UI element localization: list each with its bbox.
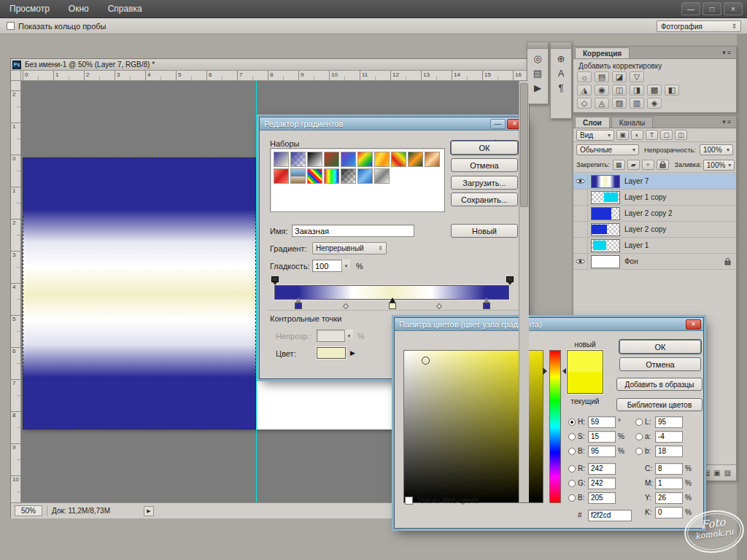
gradient-map-icon[interactable]: ▥: [630, 98, 644, 109]
gradient-preset[interactable]: [341, 152, 356, 167]
histogram-icon[interactable]: ▤: [533, 69, 542, 78]
filter-shape-layers-icon[interactable]: ▢: [660, 130, 673, 140]
cancel-button[interactable]: Отмена: [451, 158, 518, 172]
posterize-icon[interactable]: ◬: [595, 98, 609, 109]
new-layer-icon[interactable]: ▣: [713, 469, 720, 477]
brightness-contrast-icon[interactable]: ☼: [577, 71, 592, 82]
horizontal-ruler[interactable]: 012345678910111213141516: [21, 71, 529, 81]
close-icon[interactable]: ×: [686, 319, 701, 330]
eye-well-empty[interactable]: [573, 222, 588, 238]
color-balance-icon[interactable]: ◫: [612, 85, 627, 96]
minimize-button[interactable]: —: [490, 119, 506, 129]
gradient-type-combo[interactable]: Непрерывный ⇕: [312, 242, 387, 254]
gradient-preset[interactable]: [341, 168, 356, 184]
maximize-button[interactable]: □: [703, 2, 721, 15]
ruler-origin-corner[interactable]: [11, 71, 21, 81]
field-input-g[interactable]: [588, 478, 616, 489]
gradient-preset[interactable]: [290, 152, 306, 167]
gradient-preset[interactable]: [274, 168, 289, 184]
color-stop[interactable]: [483, 303, 490, 309]
document-title-bar[interactable]: Ps Без имени-1 @ 50% (Layer 7, RGB/8) *: [11, 59, 529, 71]
field-input-b[interactable]: [655, 446, 683, 457]
layer-thumbnail[interactable]: [591, 175, 620, 188]
field-input-k[interactable]: [655, 507, 683, 518]
field-input-a[interactable]: [655, 431, 683, 443]
panel-menu-icon[interactable]: ▾≡: [722, 49, 732, 56]
fill-combo[interactable]: 100% ▾: [703, 160, 735, 171]
hue-saturation-icon[interactable]: ◉: [595, 85, 609, 96]
color-field-marker[interactable]: [422, 357, 430, 365]
tab-channels[interactable]: Каналы: [611, 117, 654, 128]
tab-adjustments[interactable]: Коррекция: [575, 47, 630, 58]
color-libraries-button[interactable]: Библиотеки цветов: [616, 398, 703, 411]
gradient-preset[interactable]: [274, 152, 289, 167]
layer-name[interactable]: Фон: [624, 257, 638, 265]
radio-r[interactable]: [568, 465, 576, 472]
levels-icon[interactable]: ▤: [595, 71, 609, 82]
eye-well-empty[interactable]: [573, 190, 588, 206]
delete-layer-icon[interactable]: ▨: [724, 469, 731, 477]
layer-name[interactable]: Layer 1: [624, 241, 649, 249]
field-input-s[interactable]: [588, 431, 616, 443]
workspace-switcher[interactable]: Фотография ⇕: [657, 20, 741, 32]
character-panel-icon[interactable]: A: [558, 69, 565, 78]
eye-icon[interactable]: [573, 174, 588, 190]
layer-filter-combo[interactable]: Вид ▾: [576, 130, 614, 141]
field-input-b[interactable]: [588, 492, 616, 504]
lock-all-icon[interactable]: [657, 160, 669, 170]
play-action-icon[interactable]: ▶: [534, 83, 541, 93]
invert-icon[interactable]: ◇: [577, 98, 592, 109]
opacity-stop[interactable]: [271, 276, 279, 282]
layer-row[interactable]: Layer 7: [573, 174, 736, 190]
hue-slider[interactable]: [549, 350, 561, 503]
gradient-preset[interactable]: [357, 168, 373, 184]
opacity-stop[interactable]: [506, 276, 514, 282]
layer-group-icon[interactable]: ▤: [703, 469, 710, 477]
lock-position-icon[interactable]: +: [642, 160, 654, 170]
load-button[interactable]: Загрузить...: [451, 176, 518, 190]
panel-menu-icon[interactable]: ▾≡: [722, 118, 732, 125]
gradient-preset[interactable]: [324, 168, 339, 184]
ok-button[interactable]: ОК: [619, 340, 701, 354]
field-input-h[interactable]: [588, 416, 616, 428]
color-picker-title-bar[interactable]: Палитра цветов (цвет узла градиента): [395, 318, 703, 331]
gradient-preset[interactable]: [307, 168, 322, 184]
stop-color-swatch[interactable]: [317, 347, 346, 359]
save-button[interactable]: Сохранить...: [451, 192, 518, 206]
vibrance-icon[interactable]: ◮: [577, 85, 592, 96]
tab-layers[interactable]: Слои: [575, 117, 610, 128]
layer-row[interactable]: Layer 2 copy: [573, 222, 736, 238]
gradient-preset[interactable]: [324, 152, 339, 167]
black-white-icon[interactable]: ◨: [630, 85, 644, 96]
midpoint-diamond[interactable]: [436, 303, 442, 309]
layer-name[interactable]: Layer 1 copy: [624, 193, 666, 201]
photo-filter-icon[interactable]: ▩: [647, 85, 662, 96]
minimize-button[interactable]: —: [681, 2, 700, 15]
smoothness-input[interactable]: [312, 260, 341, 272]
eye-icon[interactable]: [573, 254, 588, 270]
swatch-menu-arrow-icon[interactable]: ▶: [350, 349, 355, 357]
layer-thumbnail[interactable]: [591, 207, 620, 220]
radio-h[interactable]: [568, 419, 576, 426]
gradient-preset[interactable]: [425, 152, 440, 167]
gradient-editor-title-bar[interactable]: Редактор градиентов: [260, 117, 525, 131]
vertical-scrollbar[interactable]: [519, 81, 529, 502]
zoom-level-field[interactable]: 50%: [15, 505, 42, 516]
threshold-icon[interactable]: ▨: [612, 98, 627, 109]
palette-header[interactable]: [551, 42, 571, 49]
gradient-preset[interactable]: [391, 152, 406, 167]
layer-row[interactable]: Layer 2 copy 2: [573, 206, 736, 222]
gradient-preset[interactable]: [307, 152, 322, 167]
gradient-preset[interactable]: [374, 168, 390, 184]
lock-transparency-icon[interactable]: ▦: [613, 160, 625, 170]
filter-adjustment-layers-icon[interactable]: ◐: [631, 130, 643, 140]
field-input-m[interactable]: [655, 478, 683, 489]
field-input-l[interactable]: [655, 416, 683, 428]
layer-name[interactable]: Layer 7: [624, 177, 649, 185]
radio-b[interactable]: [568, 494, 576, 502]
layer-thumbnail[interactable]: [591, 255, 620, 268]
status-menu-button[interactable]: ▶: [144, 506, 154, 516]
radio-g[interactable]: [568, 480, 576, 487]
field-input-hex[interactable]: [588, 510, 632, 521]
color-stop[interactable]: [295, 303, 302, 309]
